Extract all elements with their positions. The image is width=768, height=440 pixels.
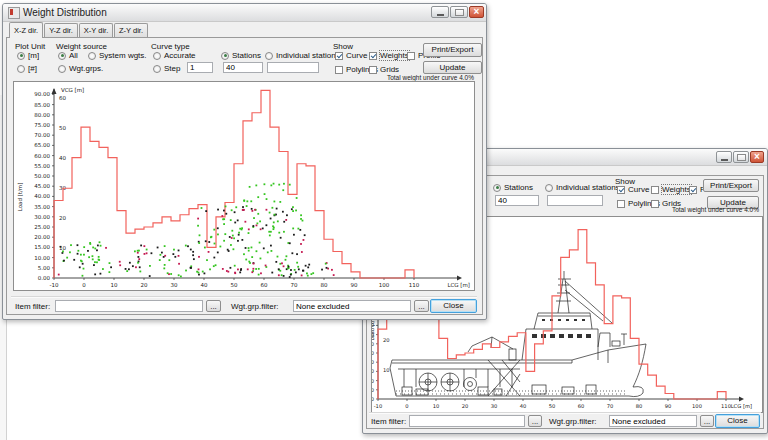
checkbox-icon [617,200,625,208]
svg-text:10: 10 [111,282,118,288]
wgt-grp-filter-field[interactable] [293,300,411,312]
maximize-button[interactable] [733,151,749,163]
svg-text:60.00: 60.00 [34,153,50,159]
item-filter-browse-button[interactable]: ... [528,415,542,427]
svg-text:20.00: 20.00 [372,359,374,365]
svg-text:30: 30 [491,403,498,409]
radio-label: Accurate [164,51,196,60]
tab-xy-dir[interactable]: X-Y dir. [79,23,113,37]
print-export-button[interactable]: Print/Export [703,179,759,192]
svg-text:15.00: 15.00 [372,368,374,374]
radio-accurate[interactable]: Accurate [153,51,196,60]
radio-individual-stations[interactable]: Individual stations [265,51,340,60]
maximize-icon [455,9,464,16]
checkbox-label: Curve [346,51,367,60]
radio-label: Stations [232,51,261,60]
svg-text:LCG [m]: LCG [m] [447,282,470,288]
radio-icon [545,184,553,192]
svg-text:60: 60 [578,403,585,409]
radio-icon [17,52,25,60]
checkbox-icon [369,52,377,60]
radio-individual-stations[interactable]: Individual stations [545,183,620,192]
minimize-button[interactable] [716,151,732,163]
maximize-button[interactable] [450,6,468,18]
radio-stations[interactable]: Stations [221,51,261,60]
item-filter-field[interactable] [55,300,203,312]
radio-source-all[interactable]: All [58,51,78,60]
close-dialog-button[interactable]: Close [715,414,760,428]
svg-text:70: 70 [291,282,298,288]
weight-distribution-window: Weight Distribution X-Z dir. Y-Z dir. X-… [2,3,487,320]
item-filter-label: Item filter: [371,417,406,426]
close-button[interactable] [469,6,484,18]
minimize-button[interactable] [431,6,449,18]
tab-zy-dir[interactable]: Z-Y dir. [114,23,148,37]
svg-text:10: 10 [433,403,440,409]
close-icon [754,152,760,162]
close-button[interactable] [750,151,764,163]
svg-text:110: 110 [721,403,731,409]
svg-text:75.00: 75.00 [34,122,50,128]
update-button[interactable]: Update [423,61,482,74]
checkbox-icon [335,52,343,60]
svg-text:25.00: 25.00 [372,350,374,356]
svg-text:10: 10 [383,367,390,373]
radio-icon [265,52,273,60]
wgt-grp-filter-browse-button[interactable]: ... [414,300,429,312]
svg-text:35.00: 35.00 [34,204,50,210]
svg-text:90.00: 90.00 [34,91,50,97]
radio-source-system-wgts[interactable]: System wgts. [88,51,147,60]
svg-text:25.00: 25.00 [34,224,50,230]
radio-unit-hash[interactable]: [#] [17,64,37,73]
radio-stations[interactable]: Stations [493,183,533,192]
checkbox-grids[interactable]: Grids [369,65,399,74]
titlebar[interactable]: Weight Distribution [3,4,486,22]
stations-count-field[interactable] [223,62,263,73]
svg-text:90: 90 [351,282,358,288]
radio-icon [153,52,161,60]
svg-text:85.00: 85.00 [34,102,50,108]
item-filter-field[interactable] [409,415,525,427]
svg-text:0.00: 0.00 [372,396,374,402]
radio-label: [#] [28,64,37,73]
svg-text:40: 40 [201,282,208,288]
svg-text:5.00: 5.00 [372,387,374,393]
checkbox-weights[interactable]: Weights [651,185,691,194]
individual-stations-field[interactable] [267,62,319,73]
svg-text:50.00: 50.00 [34,173,50,179]
svg-text:20: 20 [59,215,66,221]
print-export-button[interactable]: Print/Export [423,43,482,57]
svg-text:55.00: 55.00 [34,163,50,169]
svg-text:70: 70 [607,403,614,409]
minimize-icon [721,159,728,161]
checkbox-curve[interactable]: Curve [617,185,649,194]
item-filter-browse-button[interactable]: ... [206,300,221,312]
step-size-field[interactable] [187,62,213,73]
radio-source-wgt-grps[interactable]: Wgt.grps. [58,64,103,73]
checkbox-curve[interactable]: Curve [335,51,367,60]
plot-unit-legend: Plot Unit [15,42,45,51]
svg-text:LCG [m]: LCG [m] [731,403,752,409]
stations-count-field[interactable] [495,195,539,206]
individual-stations-field[interactable] [547,195,603,206]
total-weight-note: Total weight under curve 4.0% [672,206,759,213]
tab-yz-dir[interactable]: Y-Z dir. [44,23,78,37]
radio-unit-m[interactable]: [m] [17,51,39,60]
svg-text:10.00: 10.00 [34,255,50,261]
radio-step[interactable]: Step [153,64,180,73]
checkbox-weights[interactable]: Weights [369,51,409,60]
svg-text:90: 90 [665,403,672,409]
svg-text:-10: -10 [50,282,59,288]
checkbox-icon [651,186,659,194]
wgt-grp-filter-browse-button[interactable]: ... [700,415,714,427]
divider [11,296,477,298]
radio-icon [88,52,96,60]
tab-xz-dir[interactable]: X-Z dir. [9,22,43,38]
svg-text:0: 0 [82,282,86,288]
svg-text:45.00: 45.00 [34,183,50,189]
checkbox-icon [407,52,415,60]
checkbox-icon [689,186,697,194]
divider [369,412,761,414]
wgt-grp-filter-field[interactable] [609,415,697,427]
close-dialog-button[interactable]: Close [430,299,477,313]
